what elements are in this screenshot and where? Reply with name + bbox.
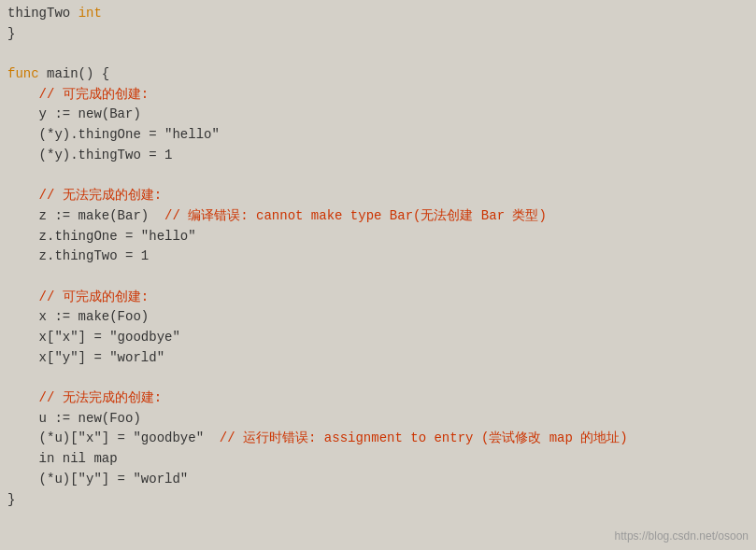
code-comment: // 无法完成的创建:	[7, 188, 162, 203]
watermark: https://blog.csdn.net/osoon	[615, 529, 749, 543]
code-line: x := make(Foo)	[7, 307, 749, 328]
code-comment: // 无法完成的创建:	[7, 390, 162, 405]
code-container: thingTwo int}func main() { // 可完成的创建: y …	[0, 0, 756, 550]
code-line: // 可完成的创建:	[7, 288, 749, 308]
code-line: (*u)["y"] = "world"	[7, 470, 749, 490]
code-line: (*y).thingOne = "hello"	[7, 125, 749, 146]
code-line: thingTwo int	[7, 4, 749, 24]
code-line: }	[7, 24, 749, 45]
code-line: }	[7, 490, 749, 511]
code-line: (*y).thingTwo = 1	[7, 146, 749, 166]
code-comment: // 可完成的创建:	[7, 289, 149, 304]
code-line: // 无法完成的创建:	[7, 186, 749, 206]
code-keyword: int	[78, 6, 102, 21]
code-block: thingTwo int}func main() { // 可完成的创建: y …	[7, 4, 749, 510]
code-line: // 无法完成的创建:	[7, 388, 749, 409]
code-line-empty	[7, 267, 749, 288]
code-normal: z := make(Bar)	[7, 208, 164, 223]
code-normal: main() {	[47, 66, 109, 81]
code-line: z.thingTwo = 1	[7, 247, 749, 267]
code-line: in nil map	[7, 449, 749, 470]
code-line: (*u)["x"] = "goodbye" // 运行时错误: assignme…	[7, 429, 749, 449]
code-line: u := new(Foo)	[7, 409, 749, 430]
code-line: z := make(Bar) // 编译错误: cannot make type…	[7, 206, 749, 227]
code-comment: // 运行时错误: assignment to entry (尝试修改 map …	[220, 430, 628, 445]
code-line-empty	[7, 44, 749, 64]
code-line-empty	[7, 166, 749, 187]
code-line: // 可完成的创建:	[7, 85, 749, 106]
code-line-empty	[7, 368, 749, 388]
code-comment: // 编译错误: cannot make type Bar(无法创建 Bar 类…	[164, 208, 547, 223]
code-line: y := new(Bar)	[7, 105, 749, 125]
code-normal: (*u)["x"] = "goodbye"	[7, 430, 220, 445]
code-line: z.thingOne = "hello"	[7, 227, 749, 247]
code-keyword: func	[7, 66, 47, 81]
code-line: x["y"] = "world"	[7, 348, 749, 369]
code-normal: thingTwo	[7, 6, 78, 21]
code-comment: // 可完成的创建:	[7, 87, 149, 102]
code-line: x["x"] = "goodbye"	[7, 328, 749, 348]
code-line: func main() {	[7, 64, 749, 85]
